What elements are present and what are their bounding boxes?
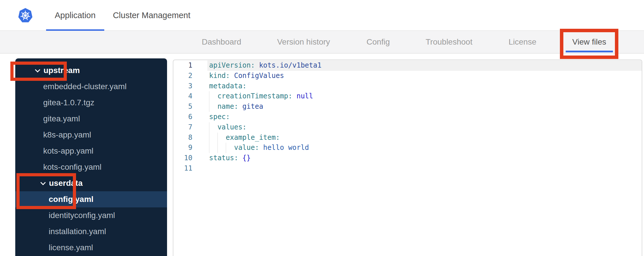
token-key: spec: [209,113,230,121]
code-line-11: 11 [173,163,642,174]
token-val: gitea [243,102,263,110]
line-number: 10 [173,153,192,163]
tree-file-k8s-app-yaml[interactable]: k8s-app.yaml [15,127,167,143]
tree-item-label: kots-app.yaml [43,146,93,156]
nav-item-troubleshoot[interactable]: Troubleshoot [426,31,472,53]
code-content: apiVersion: kots.io/v1beta1 [192,60,642,71]
header-tab-label: Application [55,11,96,20]
nav-item-version-history[interactable]: Version history [277,31,330,53]
tree-file-identityconfig-yaml[interactable]: identityconfig.yaml [15,207,167,223]
tree-item-label: embedded-cluster.yaml [43,82,126,91]
kubernetes-logo [18,8,33,23]
token-key: kind: [209,72,230,80]
code-line-9: 9 value: hello world [173,143,642,153]
code-content: name: gitea [192,102,642,112]
tree-file-kots-app-yaml[interactable]: kots-app.yaml [15,143,167,159]
token-key: name: [217,102,238,110]
line-number: 6 [173,112,192,122]
tree-folder-upstream[interactable]: upstream [15,62,167,79]
token-val: ConfigValues [234,72,284,80]
code-content: spec: [192,112,642,122]
header-tab-label: Cluster Management [113,11,190,20]
nav-item-label: License [509,37,537,47]
line-number: 7 [173,122,192,133]
line-number: 3 [173,81,192,91]
code-content: values: [192,122,642,133]
code-line-8: 8 example_item: [173,133,642,143]
tree-file-embedded-cluster-yaml[interactable]: embedded-cluster.yaml [15,79,167,95]
token-val: kots.io/v1beta1 [259,61,321,69]
chevron-down-icon [40,180,46,185]
app-subnav: DashboardVersion historyConfigTroublesho… [0,31,644,54]
code-line-2: 2kind: ConfigValues [173,71,642,81]
header-tabs: ApplicationCluster Management [46,0,199,31]
token-ws [255,61,259,69]
code-line-6: 6spec: [173,112,642,122]
tree-file-gitea-yaml[interactable]: gitea.yaml [15,111,167,127]
tree-item-label: license.yaml [49,243,93,252]
token-key: values: [217,123,247,131]
code-content: metadata: [192,81,642,91]
token-ws [209,144,234,152]
tree-item-label: installation.yaml [49,227,106,236]
nav-item-config[interactable]: Config [367,31,390,53]
nav-item-label: Config [367,37,390,47]
nav-item-view-files[interactable]: View files [572,31,606,53]
file-tree-sidebar: upstreamembedded-cluster.yamlgitea-1.0.7… [15,58,167,256]
token-ws [230,72,234,80]
code-line-7: 7 values: [173,122,642,133]
token-key: example_item: [226,133,280,142]
line-number: 5 [173,102,192,112]
nav-item-label: Troubleshoot [426,37,472,47]
token-ws [209,92,217,100]
nav-item-license[interactable]: License [509,31,537,53]
line-number: 8 [173,133,192,143]
tree-item-label: config.yaml [49,195,94,204]
nav-item-label: Version history [277,37,330,47]
tree-item-label: k8s-app.yaml [43,130,91,140]
tree-file-config-yaml[interactable]: config.yaml [15,191,167,207]
chevron-down-icon [35,67,40,72]
tree-item-label: userdata [49,179,83,188]
code-content: kind: ConfigValues [192,71,642,81]
nav-item-dashboard[interactable]: Dashboard [202,31,241,53]
token-ws [238,102,242,110]
tree-folder-userdata[interactable]: userdata [15,175,167,191]
tree-file-gitea-1-0-7-tgz[interactable]: gitea-1.0.7.tgz [15,95,167,111]
tree-file-installation-yaml[interactable]: installation.yaml [15,223,167,240]
line-number: 4 [173,91,192,102]
token-atom: null [296,92,313,100]
token-key: metadata: [209,82,247,90]
code-content: status: {} [192,153,642,163]
code-content [192,163,642,174]
tree-item-label: kots-config.yaml [43,163,101,172]
token-key: status: [209,154,238,162]
token-ws [259,144,263,152]
token-str: hello world [263,144,309,152]
token-ws [209,133,226,142]
code-content: creationTimestamp: null [192,91,642,102]
token-key: value: [234,144,259,152]
code-line-5: 5 name: gitea [173,102,642,112]
line-number: 11 [173,163,192,174]
code-line-10: 10status: {} [173,153,642,163]
header-tab-application[interactable]: Application [46,0,104,31]
nav-item-label: Dashboard [202,37,241,47]
tree-item-label: identityconfig.yaml [49,211,115,220]
nav-item-label: View files [572,37,606,47]
token-ws [209,123,217,131]
token-key: apiVersion: [209,61,255,69]
header-tab-cluster-management[interactable]: Cluster Management [104,0,199,31]
code-line-4: 4 creationTimestamp: null [173,91,642,102]
token-ws [238,154,242,162]
token-ws [209,102,217,110]
code-content: example_item: [192,133,642,143]
token-ws [292,92,296,100]
token-key: creationTimestamp: [217,92,292,100]
tree-file-kots-config-yaml[interactable]: kots-config.yaml [15,159,167,175]
yaml-editor[interactable]: 1apiVersion: kots.io/v1beta12kind: Confi… [173,60,642,256]
tree-file-license-yaml[interactable]: license.yaml [15,240,167,256]
code-content: value: hello world [192,143,642,153]
code-line-1: 1apiVersion: kots.io/v1beta1 [173,60,642,71]
tree-item-label: gitea.yaml [43,114,80,123]
